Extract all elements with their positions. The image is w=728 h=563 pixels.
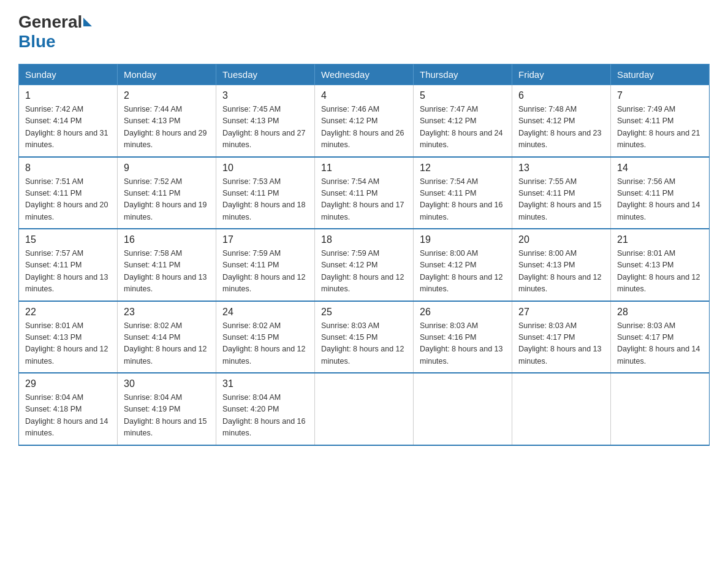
- calendar-day-cell: 14 Sunrise: 7:56 AMSunset: 4:11 PMDaylig…: [611, 157, 710, 229]
- weekday-header-wednesday: Wednesday: [315, 64, 414, 85]
- day-number: 5: [420, 90, 506, 101]
- weekday-header-tuesday: Tuesday: [216, 64, 315, 85]
- calendar-day-cell: [512, 373, 611, 445]
- day-number: 4: [321, 90, 407, 101]
- day-info: Sunrise: 8:00 AMSunset: 4:13 PMDaylight:…: [518, 249, 602, 293]
- day-number: 14: [617, 163, 703, 174]
- day-number: 9: [124, 163, 210, 174]
- page-header: General Blue: [18, 12, 710, 52]
- calendar-day-cell: 25 Sunrise: 8:03 AMSunset: 4:15 PMDaylig…: [315, 301, 414, 373]
- day-info: Sunrise: 8:01 AMSunset: 4:13 PMDaylight:…: [617, 249, 700, 293]
- day-info: Sunrise: 8:03 AMSunset: 4:16 PMDaylight:…: [420, 321, 503, 366]
- day-number: 10: [222, 163, 308, 174]
- day-info: Sunrise: 7:59 AMSunset: 4:12 PMDaylight:…: [321, 249, 404, 293]
- day-info: Sunrise: 7:56 AMSunset: 4:11 PMDaylight:…: [617, 177, 700, 221]
- day-number: 16: [124, 234, 210, 245]
- day-number: 19: [420, 234, 506, 245]
- day-number: 17: [222, 234, 308, 245]
- day-number: 15: [25, 234, 111, 245]
- calendar-day-cell: 1 Sunrise: 7:42 AMSunset: 4:14 PMDayligh…: [19, 85, 118, 157]
- calendar-day-cell: 18 Sunrise: 7:59 AMSunset: 4:12 PMDaylig…: [315, 229, 414, 301]
- day-info: Sunrise: 7:51 AMSunset: 4:11 PMDaylight:…: [25, 177, 108, 221]
- day-number: 2: [124, 90, 210, 101]
- weekday-header-monday: Monday: [118, 64, 216, 85]
- calendar-day-cell: 15 Sunrise: 7:57 AMSunset: 4:11 PMDaylig…: [19, 229, 118, 301]
- calendar-day-cell: 26 Sunrise: 8:03 AMSunset: 4:16 PMDaylig…: [414, 301, 512, 373]
- calendar-day-cell: 27 Sunrise: 8:03 AMSunset: 4:17 PMDaylig…: [512, 301, 611, 373]
- day-info: Sunrise: 8:03 AMSunset: 4:17 PMDaylight:…: [518, 321, 602, 366]
- weekday-header-thursday: Thursday: [414, 64, 512, 85]
- logo: General Blue: [18, 12, 93, 52]
- calendar-table: SundayMondayTuesdayWednesdayThursdayFrid…: [18, 64, 710, 446]
- day-number: 22: [25, 307, 111, 318]
- day-info: Sunrise: 8:02 AMSunset: 4:15 PMDaylight:…: [222, 321, 306, 366]
- calendar-day-cell: 12 Sunrise: 7:54 AMSunset: 4:11 PMDaylig…: [414, 157, 512, 229]
- day-number: 1: [25, 90, 111, 101]
- calendar-week-row: 22 Sunrise: 8:01 AMSunset: 4:13 PMDaylig…: [19, 301, 710, 373]
- day-info: Sunrise: 7:54 AMSunset: 4:11 PMDaylight:…: [420, 177, 503, 221]
- day-number: 3: [222, 90, 308, 101]
- day-number: 24: [222, 307, 308, 318]
- day-number: 30: [124, 378, 210, 389]
- day-number: 12: [420, 163, 506, 174]
- calendar-day-cell: [414, 373, 512, 445]
- day-number: 6: [518, 90, 604, 101]
- calendar-day-cell: 31 Sunrise: 8:04 AMSunset: 4:20 PMDaylig…: [216, 373, 315, 445]
- day-info: Sunrise: 8:04 AMSunset: 4:18 PMDaylight:…: [25, 393, 108, 437]
- calendar-day-cell: 24 Sunrise: 8:02 AMSunset: 4:15 PMDaylig…: [216, 301, 315, 373]
- calendar-day-cell: 4 Sunrise: 7:46 AMSunset: 4:12 PMDayligh…: [315, 85, 414, 157]
- day-number: 18: [321, 234, 407, 245]
- day-info: Sunrise: 8:04 AMSunset: 4:20 PMDaylight:…: [222, 393, 306, 437]
- day-number: 7: [617, 90, 703, 101]
- day-info: Sunrise: 8:03 AMSunset: 4:17 PMDaylight:…: [617, 321, 700, 366]
- day-info: Sunrise: 7:54 AMSunset: 4:11 PMDaylight:…: [321, 177, 404, 221]
- weekday-header-sunday: Sunday: [19, 64, 118, 85]
- logo-blue-text: Blue: [18, 32, 56, 51]
- calendar-day-cell: 6 Sunrise: 7:48 AMSunset: 4:12 PMDayligh…: [512, 85, 611, 157]
- day-info: Sunrise: 7:58 AMSunset: 4:11 PMDaylight:…: [124, 249, 207, 293]
- logo-triangle-icon: [83, 18, 92, 26]
- day-info: Sunrise: 7:52 AMSunset: 4:11 PMDaylight:…: [124, 177, 207, 221]
- day-number: 20: [518, 234, 604, 245]
- day-info: Sunrise: 7:42 AMSunset: 4:14 PMDaylight:…: [25, 105, 108, 149]
- calendar-day-cell: 16 Sunrise: 7:58 AMSunset: 4:11 PMDaylig…: [118, 229, 216, 301]
- day-number: 31: [222, 378, 308, 389]
- calendar-day-cell: 10 Sunrise: 7:53 AMSunset: 4:11 PMDaylig…: [216, 157, 315, 229]
- calendar-day-cell: 7 Sunrise: 7:49 AMSunset: 4:11 PMDayligh…: [611, 85, 710, 157]
- calendar-day-cell: 9 Sunrise: 7:52 AMSunset: 4:11 PMDayligh…: [118, 157, 216, 229]
- calendar-day-cell: 8 Sunrise: 7:51 AMSunset: 4:11 PMDayligh…: [19, 157, 118, 229]
- calendar-day-cell: 20 Sunrise: 8:00 AMSunset: 4:13 PMDaylig…: [512, 229, 611, 301]
- day-info: Sunrise: 7:45 AMSunset: 4:13 PMDaylight:…: [222, 105, 306, 149]
- day-number: 28: [617, 307, 703, 318]
- calendar-day-cell: 11 Sunrise: 7:54 AMSunset: 4:11 PMDaylig…: [315, 157, 414, 229]
- weekday-header-saturday: Saturday: [611, 64, 710, 85]
- calendar-day-cell: 19 Sunrise: 8:00 AMSunset: 4:12 PMDaylig…: [414, 229, 512, 301]
- day-number: 27: [518, 307, 604, 318]
- calendar-day-cell: 17 Sunrise: 7:59 AMSunset: 4:11 PMDaylig…: [216, 229, 315, 301]
- calendar-day-cell: 3 Sunrise: 7:45 AMSunset: 4:13 PMDayligh…: [216, 85, 315, 157]
- calendar-day-cell: 29 Sunrise: 8:04 AMSunset: 4:18 PMDaylig…: [19, 373, 118, 445]
- day-info: Sunrise: 7:47 AMSunset: 4:12 PMDaylight:…: [420, 105, 503, 149]
- calendar-week-row: 29 Sunrise: 8:04 AMSunset: 4:18 PMDaylig…: [19, 373, 710, 445]
- calendar-day-cell: 23 Sunrise: 8:02 AMSunset: 4:14 PMDaylig…: [118, 301, 216, 373]
- day-info: Sunrise: 7:57 AMSunset: 4:11 PMDaylight:…: [25, 249, 108, 293]
- day-info: Sunrise: 7:53 AMSunset: 4:11 PMDaylight:…: [222, 177, 306, 221]
- day-info: Sunrise: 7:59 AMSunset: 4:11 PMDaylight:…: [222, 249, 306, 293]
- day-number: 21: [617, 234, 703, 245]
- calendar-day-cell: 28 Sunrise: 8:03 AMSunset: 4:17 PMDaylig…: [611, 301, 710, 373]
- calendar-day-cell: 13 Sunrise: 7:55 AMSunset: 4:11 PMDaylig…: [512, 157, 611, 229]
- day-info: Sunrise: 8:03 AMSunset: 4:15 PMDaylight:…: [321, 321, 404, 366]
- day-number: 8: [25, 163, 111, 174]
- weekday-header-row: SundayMondayTuesdayWednesdayThursdayFrid…: [19, 64, 710, 85]
- day-info: Sunrise: 7:49 AMSunset: 4:11 PMDaylight:…: [617, 105, 700, 149]
- calendar-week-row: 15 Sunrise: 7:57 AMSunset: 4:11 PMDaylig…: [19, 229, 710, 301]
- day-number: 26: [420, 307, 506, 318]
- day-info: Sunrise: 7:55 AMSunset: 4:11 PMDaylight:…: [518, 177, 602, 221]
- day-number: 23: [124, 307, 210, 318]
- day-info: Sunrise: 7:46 AMSunset: 4:12 PMDaylight:…: [321, 105, 404, 149]
- day-info: Sunrise: 7:44 AMSunset: 4:13 PMDaylight:…: [124, 105, 207, 149]
- day-number: 11: [321, 163, 407, 174]
- day-info: Sunrise: 8:04 AMSunset: 4:19 PMDaylight:…: [124, 393, 207, 437]
- calendar-day-cell: 21 Sunrise: 8:01 AMSunset: 4:13 PMDaylig…: [611, 229, 710, 301]
- day-number: 29: [25, 378, 111, 389]
